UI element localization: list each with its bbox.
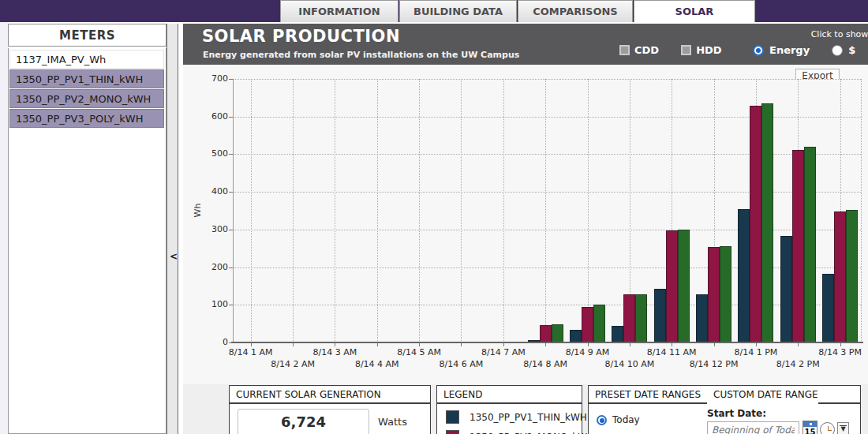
gridline	[503, 79, 504, 342]
legend-label: 1350_PP_PV1_THIN_kWH	[470, 412, 587, 423]
meter-item[interactable]: 1137_IMA_PV_Wh	[9, 50, 164, 69]
collapse-arrow-icon: <	[170, 251, 178, 262]
meter-item[interactable]: 1350_PP_PV2_MONO_kWH	[9, 89, 164, 108]
calendar-icon[interactable]: 15	[803, 421, 817, 434]
current-generation-title: CURRENT SOLAR GENERATION	[230, 386, 430, 404]
x-tick-label: 8/14 1 PM	[723, 347, 789, 357]
gridline	[293, 79, 294, 342]
legend-label: 1350_PP_PV2_MONO_kWH	[470, 432, 594, 434]
y-tick	[229, 154, 233, 155]
bar-1350_PP_PV3_POLY_kWH	[593, 305, 605, 342]
top-nav-bar: INFORMATIONBUILDING DATACOMPARISONSSOLAR	[0, 0, 868, 22]
page-header: SOLAR PRODUCTION Energy generated from s…	[183, 24, 868, 65]
y-tick	[229, 230, 233, 230]
cdd-checkbox[interactable]	[619, 45, 630, 55]
x-tick	[251, 343, 252, 346]
meter-item[interactable]: 1350_PP_PV3_POLY_kWH	[9, 109, 164, 128]
x-tick	[798, 343, 799, 346]
bar-1350_PP_PV2_MONO_kWH	[540, 325, 552, 342]
gridline	[251, 79, 252, 342]
bar-1350_PP_PV2_MONO_kWH	[708, 247, 720, 342]
y-tick	[229, 342, 233, 343]
custom-date-range-title: CUSTOM DATE RANGE	[707, 386, 818, 404]
tab-comparisons[interactable]: COMPARISONS	[518, 0, 633, 22]
left-margin	[0, 22, 8, 434]
current-generation-panel: CURRENT SOLAR GENERATION 6,724 Watts	[229, 385, 431, 434]
page-subtitle: Energy generated from solar PV installat…	[203, 50, 519, 60]
x-tick-label: 8/14 6 AM	[428, 359, 494, 369]
x-tick	[335, 343, 335, 346]
bar-1350_PP_PV2_MONO_kWH	[623, 294, 635, 342]
x-tick	[714, 343, 715, 346]
bar-1350_PP_PV1_THIN_kWH	[822, 274, 834, 342]
x-tick	[672, 343, 672, 346]
tab-solar[interactable]: SOLAR	[634, 0, 755, 22]
y-tick	[229, 305, 233, 305]
x-tick-label: 8/14 2 PM	[765, 359, 831, 369]
x-tick-label: 8/14 8 AM	[512, 359, 578, 369]
meter-item[interactable]: 1350_PP_PV1_THIN_kWH	[9, 69, 164, 88]
bar-1350_PP_PV1_THIN_kWH	[570, 330, 582, 342]
dollar-radio[interactable]	[832, 45, 843, 56]
y-tick-label: 600	[193, 111, 228, 122]
bar-1350_PP_PV1_THIN_kWH	[612, 326, 623, 342]
plot-area	[233, 79, 862, 342]
bar-1350_PP_PV2_MONO_kWH	[750, 106, 761, 342]
bar-1350_PP_PV3_POLY_kWH	[804, 147, 816, 342]
bar-1350_PP_PV2_MONO_kWH	[666, 230, 678, 342]
legend-item: 1350_PP_PV2_MONO_kWH	[446, 430, 582, 434]
start-date-input[interactable]	[707, 421, 799, 434]
bar-1350_PP_PV1_THIN_kWH	[738, 209, 750, 342]
energy-label[interactable]: Energy	[769, 44, 810, 56]
x-axis-line	[231, 342, 863, 343]
app-root: INFORMATIONBUILDING DATACOMPARISONSSOLAR…	[0, 0, 868, 434]
bar-1350_PP_PV2_MONO_kWH	[792, 150, 804, 342]
meters-panel: METERS 1137_IMA_PV_Wh1350_PP_PV1_THIN_kW…	[8, 24, 166, 434]
hdd-label[interactable]: HDD	[696, 44, 721, 56]
today-label[interactable]: Today	[612, 414, 640, 425]
degree-day-controls: CDD HDD	[619, 44, 744, 56]
bar-1350_PP_PV1_THIN_kWH	[780, 236, 792, 342]
y-axis-label: Wh	[193, 204, 203, 218]
legend-item: 1350_PP_PV1_THIN_kWH	[446, 410, 582, 424]
solar-production-chart: Export Wh 01002003004005006007008/14 1 A…	[183, 65, 868, 384]
sidebar-collapse-handle[interactable]: <	[166, 24, 178, 434]
bar-1350_PP_PV1_THIN_kWH	[696, 294, 708, 342]
start-date-label: Start Date:	[707, 408, 766, 419]
legend-panel: LEGEND 1350_PP_PV1_THIN_kWH1350_PP_PV2_M…	[436, 385, 582, 434]
cdd-label[interactable]: CDD	[634, 44, 659, 56]
tab-strip: INFORMATIONBUILDING DATACOMPARISONSSOLAR	[280, 0, 756, 22]
clock-icon[interactable]	[820, 422, 835, 434]
x-tick-label: 8/14 10 AM	[597, 359, 663, 369]
x-tick-label: 8/14 4 AM	[344, 359, 410, 369]
x-tick	[545, 343, 546, 346]
x-tick	[756, 343, 757, 346]
tab-information[interactable]: INFORMATION	[280, 0, 398, 22]
energy-radio[interactable]	[753, 45, 764, 56]
legend-swatch-icon	[446, 430, 459, 434]
page-title: SOLAR PRODUCTION	[202, 27, 400, 46]
dollar-label[interactable]: $	[848, 44, 855, 56]
tab-building-data[interactable]: BUILDING DATA	[399, 0, 517, 22]
x-tick-label: 8/14 1 AM	[218, 347, 284, 357]
y-tick-label: 100	[193, 299, 228, 309]
meter-list: 1137_IMA_PV_Wh1350_PP_PV1_THIN_kWH1350_P…	[8, 48, 166, 434]
y-tick	[229, 268, 233, 268]
legend-swatch-icon	[446, 410, 459, 424]
gridline	[461, 79, 462, 342]
x-tick-label: 8/14 7 AM	[470, 347, 537, 357]
gridline	[233, 79, 861, 80]
today-option: Today	[597, 414, 640, 425]
bar-1350_PP_PV3_POLY_kWH	[552, 324, 563, 342]
hdd-checkbox[interactable]	[681, 45, 691, 55]
x-tick	[377, 343, 378, 346]
unit-controls: Energy $	[753, 44, 868, 56]
x-tick	[461, 343, 462, 346]
gridline	[335, 79, 335, 342]
bar-1350_PP_PV3_POLY_kWH	[678, 230, 690, 342]
today-radio[interactable]	[597, 415, 607, 425]
dropdown-icon[interactable]: ▼	[837, 422, 849, 434]
x-tick-label: 8/14 5 AM	[386, 347, 452, 357]
x-tick	[588, 343, 589, 346]
gridline	[377, 79, 378, 342]
